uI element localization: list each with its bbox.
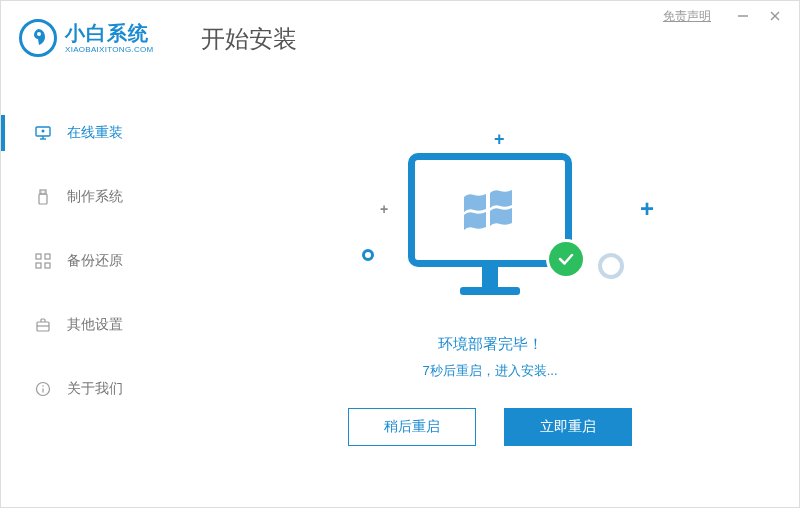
sidebar-item-label: 关于我们 bbox=[67, 380, 123, 398]
svg-point-7 bbox=[42, 130, 45, 133]
svg-rect-14 bbox=[36, 263, 41, 268]
logo-icon bbox=[19, 19, 57, 57]
svg-rect-15 bbox=[45, 263, 50, 268]
disclaimer-link[interactable]: 免责声明 bbox=[663, 8, 711, 25]
svg-rect-12 bbox=[36, 254, 41, 259]
restart-later-button[interactable]: 稍后重启 bbox=[348, 408, 476, 446]
content-area: + + + 环境部署完毕！ 7秒后重启，进入安装... 稍后重启 立即重启 bbox=[201, 81, 779, 487]
sidebar-item-backup[interactable]: 备份还原 bbox=[1, 229, 176, 293]
close-icon bbox=[769, 10, 781, 22]
illustration: + + + bbox=[300, 123, 680, 323]
circle-decoration bbox=[598, 253, 624, 279]
monitor-base bbox=[460, 287, 520, 295]
usb-icon bbox=[35, 189, 51, 205]
sidebar-item-label: 其他设置 bbox=[67, 316, 123, 334]
sidebar-item-make-system[interactable]: 制作系统 bbox=[1, 165, 176, 229]
plus-decoration: + bbox=[494, 129, 505, 150]
brand-logo: 小白系统 XIAOBAIXITONG.COM bbox=[19, 19, 154, 57]
svg-rect-13 bbox=[45, 254, 50, 259]
close-button[interactable] bbox=[759, 1, 791, 31]
status-sub-message: 7秒后重启，进入安装... bbox=[422, 362, 557, 380]
restart-now-button[interactable]: 立即重启 bbox=[504, 408, 632, 446]
status-message: 环境部署完毕！ bbox=[438, 335, 543, 354]
brand-url: XIAOBAIXITONG.COM bbox=[65, 45, 154, 54]
circle-decoration bbox=[362, 249, 374, 261]
sidebar-item-label: 制作系统 bbox=[67, 188, 123, 206]
grid-icon bbox=[35, 253, 51, 269]
monitor-icon bbox=[35, 125, 51, 141]
sidebar-item-label: 备份还原 bbox=[67, 252, 123, 270]
sidebar-item-label: 在线重装 bbox=[67, 124, 123, 142]
briefcase-icon bbox=[35, 317, 51, 333]
check-icon bbox=[556, 249, 576, 269]
plus-decoration: + bbox=[640, 195, 654, 223]
monitor-stand bbox=[482, 267, 498, 289]
svg-point-19 bbox=[42, 385, 44, 387]
success-badge bbox=[546, 239, 586, 279]
info-icon bbox=[35, 381, 51, 397]
plus-decoration: + bbox=[380, 201, 388, 217]
sidebar-item-reinstall[interactable]: 在线重装 bbox=[1, 101, 176, 165]
svg-point-3 bbox=[37, 32, 41, 36]
svg-rect-9 bbox=[39, 194, 47, 204]
minimize-icon bbox=[737, 10, 749, 22]
page-title: 开始安装 bbox=[201, 23, 297, 55]
sidebar: 在线重装 制作系统 备份还原 其他设置 关于我们 bbox=[1, 101, 176, 421]
windows-icon bbox=[458, 183, 522, 237]
brand-name: 小白系统 bbox=[65, 23, 154, 43]
minimize-button[interactable] bbox=[727, 1, 759, 31]
sidebar-item-about[interactable]: 关于我们 bbox=[1, 357, 176, 421]
sidebar-item-settings[interactable]: 其他设置 bbox=[1, 293, 176, 357]
